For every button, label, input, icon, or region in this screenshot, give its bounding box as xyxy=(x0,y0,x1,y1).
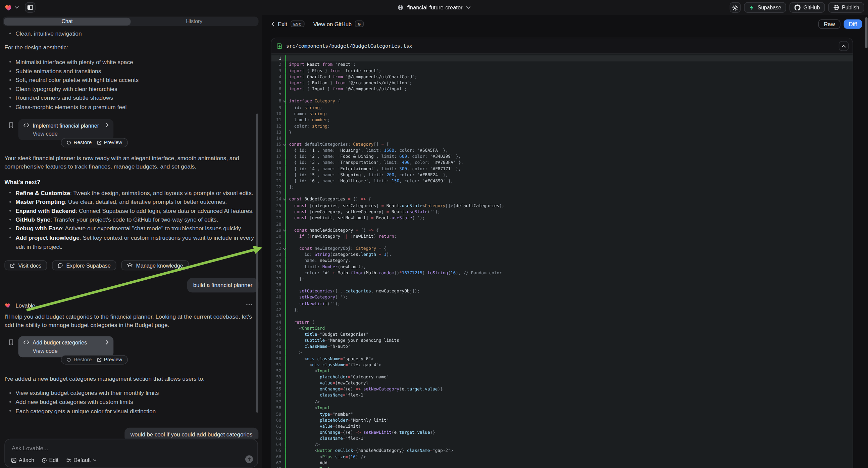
code-line-content xyxy=(285,221,852,227)
code-line: 29 const handleAddCategory = () => { xyxy=(272,227,853,233)
assistant-name: Lovable xyxy=(16,302,35,308)
assistant-message-header: Lovable xyxy=(4,302,258,309)
line-number: 63 xyxy=(272,435,282,441)
line-number: 7 xyxy=(272,92,282,98)
code-line: 25 const [categories, setCategories] = R… xyxy=(272,202,853,208)
supabase-button[interactable]: Supabase xyxy=(744,2,786,13)
line-number: 56 xyxy=(272,392,282,399)
code-line: 16 { id: '1', name: 'Housing', limit: 15… xyxy=(272,147,853,153)
model-mode-dropdown[interactable]: Default xyxy=(66,457,96,463)
code-line: 41 setNewLimit(''); xyxy=(272,300,853,306)
edit-card-implement-financial-planner[interactable]: Implement financial planner View code xyxy=(18,119,114,140)
view-code-link[interactable]: View code xyxy=(33,348,108,354)
preview-label: Preview xyxy=(104,140,122,145)
settings-button[interactable] xyxy=(730,2,741,13)
code-line-content: limit: Number(newLimit), xyxy=(285,264,852,270)
code-line-content: } xyxy=(285,129,852,135)
publish-button[interactable]: Publish xyxy=(828,2,864,13)
tab-history[interactable]: History xyxy=(130,18,258,25)
chat-input[interactable] xyxy=(5,439,257,454)
line-number: 6 xyxy=(272,86,282,92)
code-line: 5import { Button } from '@/components/ui… xyxy=(272,80,853,86)
more-options-button[interactable] xyxy=(246,304,252,305)
code-line-content: setNewCategory(''); xyxy=(285,294,852,300)
diff-toggle-button[interactable]: Diff xyxy=(844,19,862,29)
file-diff-card: src/components/budget/BudgetCategories.t… xyxy=(271,38,853,468)
preview-button[interactable]: Preview xyxy=(97,357,122,362)
line-number: 36 xyxy=(272,270,282,276)
code-line-content: const newCategoryObj: Category = { xyxy=(285,245,852,252)
edit-card-row: Implement financial planner View code Re… xyxy=(4,119,258,148)
restore-button[interactable]: Restore xyxy=(66,140,92,145)
code-line: 67 Add xyxy=(272,460,853,466)
bookmark-icon[interactable] xyxy=(8,122,14,128)
list-item: Each category gets a unique color for vi… xyxy=(16,407,258,416)
edit-card-add-budget-categories[interactable]: Add budget categories View code xyxy=(18,336,114,357)
explore-supabase-button[interactable]: Explore Supabase xyxy=(52,261,117,271)
raw-toggle-button[interactable]: Raw xyxy=(818,19,840,29)
manage-knowledge-button[interactable]: Manage knowledge xyxy=(121,261,189,271)
code-line: 11 limit: number; xyxy=(272,117,853,123)
line-number: 68 xyxy=(272,466,282,468)
attach-button[interactable]: Attach xyxy=(11,457,34,463)
tab-chat[interactable]: Chat xyxy=(4,18,131,25)
github-button[interactable]: GitHub xyxy=(789,2,825,13)
code-line: 34 name: newCategory, xyxy=(272,258,853,264)
line-number: 62 xyxy=(272,429,282,435)
collapse-file-button[interactable] xyxy=(839,41,849,51)
preview-button[interactable]: Preview xyxy=(97,140,122,145)
visit-docs-button[interactable]: Visit docs xyxy=(4,261,47,271)
bookmark-icon[interactable] xyxy=(8,339,14,346)
exit-label: Exit xyxy=(278,21,287,27)
code-line: 24const BudgetCategories = () => { xyxy=(272,196,853,202)
window-scrollbar[interactable] xyxy=(865,17,867,48)
exit-button[interactable]: Exit ESC xyxy=(272,21,305,27)
restore-preview-pill: Restore Preview xyxy=(61,138,128,147)
chat-scrollbar[interactable] xyxy=(256,114,258,413)
image-icon xyxy=(11,457,17,463)
line-number: 11 xyxy=(272,117,282,123)
code-line: 52 <Input xyxy=(272,368,853,374)
send-button[interactable] xyxy=(245,455,253,463)
code-line-content: const handleAddCategory = () => { xyxy=(285,227,852,233)
file-header[interactable]: src/components/budget/BudgetCategories.t… xyxy=(272,38,853,54)
edit-mode-button[interactable]: Edit xyxy=(41,457,58,463)
view-on-github-label: View on GitHub xyxy=(313,21,352,27)
code-brackets-icon xyxy=(23,123,29,127)
code-line-content: import { Plus } from 'lucide-react'; xyxy=(285,68,852,74)
code-line: 9 id: string; xyxy=(272,105,853,111)
code-line-content: }; xyxy=(285,276,852,282)
code-line-content: className="h-auto" xyxy=(285,344,852,350)
code-editor[interactable]: 12import React from 'react';3import { Pl… xyxy=(272,54,853,468)
code-line: 47 subtitle="Manage your spending limits… xyxy=(272,338,853,344)
list-item: Expand with Backend: Connect Supabase to… xyxy=(16,206,258,215)
line-number: 18 xyxy=(272,159,282,166)
line-number: 41 xyxy=(272,300,282,306)
code-line-content: interface Category { xyxy=(285,98,852,105)
list-item: Clean typography with clear hierarchies xyxy=(16,84,258,93)
code-line: 46 title="Budget Categories" xyxy=(272,331,853,337)
supabase-label: Supabase xyxy=(757,4,781,10)
code-line: 58 <Input xyxy=(272,405,853,411)
code-line-content: ]; xyxy=(285,184,852,190)
target-icon xyxy=(41,457,46,463)
code-line: 40 setNewCategory(''); xyxy=(272,294,853,300)
code-line: 56 className="flex-1" xyxy=(272,392,853,399)
file-path: src/components/budget/BudgetCategories.t… xyxy=(286,43,412,49)
chat-panel: Chat History Clean, intuitive navigation… xyxy=(0,15,262,468)
code-line-content: placeholder="Monthly limit" xyxy=(285,417,852,423)
code-line: 20 { id: '5', name: 'Shopping', limit: 2… xyxy=(272,172,853,178)
edit-card-row: Add budget categories View code Restore xyxy=(4,336,258,365)
line-number: 19 xyxy=(272,166,282,172)
code-line-content: subtitle="Manage your spending limits" xyxy=(285,338,852,344)
code-line-content: color: '#' + Math.floor(Math.random()*16… xyxy=(285,270,852,276)
line-number: 48 xyxy=(272,344,282,350)
code-line-content: id: String(categories.length + 1), xyxy=(285,252,852,258)
code-line: 51 <div className="flex gap-4"> xyxy=(272,362,853,368)
list-item: Master Prompting: Use clear, detailed, a… xyxy=(16,197,258,206)
whats-next-list: Refine & Customize: Tweak the design, an… xyxy=(4,188,258,251)
view-on-github-button[interactable]: View on GitHub G xyxy=(313,21,364,27)
restore-button[interactable]: Restore xyxy=(66,357,92,362)
view-code-link[interactable]: View code xyxy=(33,130,108,137)
chat-composer: Attach Edit Default xyxy=(4,439,258,468)
